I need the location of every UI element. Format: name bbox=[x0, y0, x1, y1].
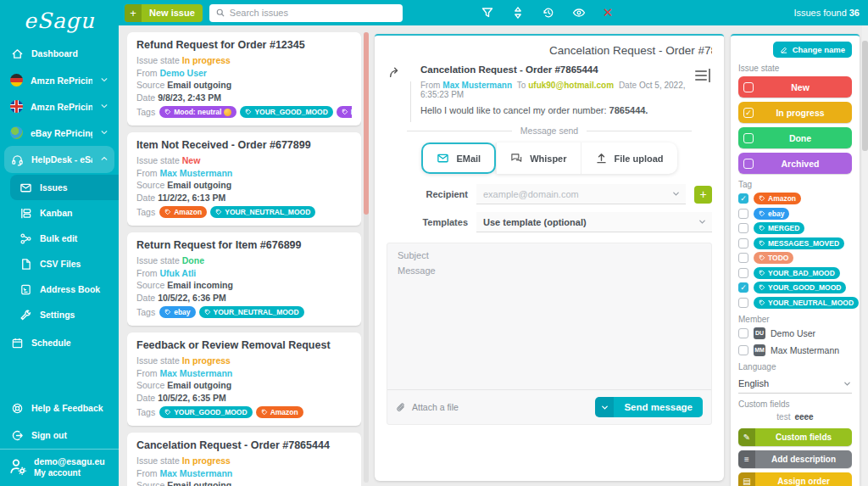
search-box[interactable] bbox=[209, 4, 403, 22]
state-button-new[interactable]: New bbox=[738, 76, 852, 98]
state-checkbox[interactable] bbox=[743, 159, 754, 169]
reply-icon[interactable] bbox=[388, 64, 410, 124]
tab-email[interactable]: EMail bbox=[421, 142, 496, 174]
field-label: From bbox=[136, 168, 158, 178]
state-button-archived[interactable]: Archived bbox=[738, 153, 852, 174]
issue-from-value: Ufuk Atli bbox=[160, 268, 197, 278]
subject-input[interactable] bbox=[387, 243, 711, 260]
tab-file-upload[interactable]: File upload bbox=[581, 142, 677, 174]
send-message-button[interactable]: Send message bbox=[595, 397, 703, 417]
field-label: Issue state bbox=[136, 155, 180, 165]
issue-card[interactable]: Refund Request for Order #12345Issue sta… bbox=[127, 32, 361, 126]
tag-checkbox[interactable] bbox=[738, 223, 748, 233]
sidebar-item-settings[interactable]: Settings bbox=[10, 302, 119, 327]
search-input[interactable] bbox=[230, 8, 397, 18]
message[interactable]: Cancelation Request - Order #7865444 Fro… bbox=[410, 64, 695, 124]
attach-file-button[interactable]: Attach a file bbox=[396, 402, 459, 413]
filter-icon[interactable] bbox=[481, 6, 494, 20]
sidebar-item-issues[interactable]: Issues bbox=[10, 175, 119, 200]
tag-checkbox[interactable]: ✓ bbox=[738, 193, 748, 204]
sidebar-spacer bbox=[0, 356, 119, 394]
sidebar-item-address-book[interactable]: Address Book bbox=[10, 277, 119, 302]
sidebar-item-sign-out[interactable]: Sign out bbox=[0, 422, 119, 449]
field-label: Source bbox=[136, 80, 164, 90]
add-recipient-button[interactable]: + bbox=[694, 186, 712, 204]
issue-card[interactable]: Return Request for Item #676899Issue sta… bbox=[127, 232, 361, 326]
scrollbar-thumb[interactable] bbox=[862, 41, 868, 151]
scrollbar-thumb[interactable] bbox=[364, 32, 369, 215]
issue-tags: TagsYOUR_GOOD_MOODAmazon bbox=[136, 406, 352, 418]
tag-checkbox[interactable] bbox=[738, 298, 748, 308]
recipient-input[interactable] bbox=[483, 189, 667, 199]
issue-source: SourceEmail outgoing bbox=[136, 379, 352, 392]
member-checkbox[interactable] bbox=[738, 345, 748, 355]
tag-checkbox[interactable] bbox=[738, 238, 748, 249]
sort-icon[interactable] bbox=[511, 6, 525, 20]
sidebar-item-ebay-repricing-esagu[interactable]: eBay RePricing - eSagu bbox=[0, 120, 119, 146]
tag-pill: Mood: good bbox=[337, 106, 352, 118]
issue-list-scrollbar[interactable] bbox=[364, 32, 369, 483]
tag-pill-label: ebay bbox=[768, 209, 784, 218]
sidebar-item-amzn-repricing-esagu[interactable]: Amzn RePricing - eSagu bbox=[0, 93, 119, 120]
custom-fields-button[interactable]: ✎Custom fields bbox=[738, 428, 852, 446]
templates-select[interactable]: Use template (optional) bbox=[476, 212, 712, 232]
state-checkbox[interactable]: ✓ bbox=[743, 108, 754, 118]
sidebar-item-label: Amzn RePricing - eSagu bbox=[31, 75, 92, 86]
message-to[interactable]: ufuk90@hotmail.com bbox=[528, 81, 614, 90]
change-name-button[interactable]: Change name bbox=[773, 42, 852, 58]
tab-label: Whisper bbox=[530, 154, 566, 164]
chevron-down-icon[interactable] bbox=[671, 189, 681, 198]
page-scrollbar[interactable] bbox=[862, 25, 868, 486]
send-options-icon[interactable] bbox=[595, 397, 614, 417]
message-from[interactable]: Max Mustermann bbox=[442, 81, 512, 90]
sidebar-item-amzn-repricing-esagu[interactable]: Amzn RePricing - eSagu bbox=[0, 67, 119, 93]
state-checkbox[interactable] bbox=[743, 133, 754, 143]
history-icon[interactable] bbox=[542, 6, 555, 20]
sidebar-item-dashboard[interactable]: Dashboard bbox=[0, 40, 119, 67]
calendar-icon bbox=[10, 336, 24, 349]
member-name: Max Mustermann bbox=[771, 345, 839, 355]
assign-order-button[interactable]: ▤Assign order bbox=[738, 472, 852, 486]
sidebar-item-label: Issues bbox=[40, 182, 110, 193]
state-checkbox[interactable] bbox=[743, 82, 754, 92]
home-icon bbox=[10, 47, 24, 60]
message-menu-icon[interactable] bbox=[695, 68, 710, 124]
member-checkbox[interactable] bbox=[738, 328, 748, 338]
sidebar-item-schedule[interactable]: Schedule bbox=[0, 329, 119, 356]
issue-card[interactable]: Item Not Received - Order #677899Issue s… bbox=[127, 132, 361, 226]
issue-date: Date9/8/23, 2:43 PM bbox=[136, 92, 352, 104]
user-gear-icon bbox=[8, 457, 27, 478]
issue-state: Issue stateIn progress bbox=[136, 54, 352, 67]
tab-whisper[interactable]: Whisper bbox=[496, 142, 580, 174]
sidebar-item-helpdesk-esagu[interactable]: HelpDesk - eSagu bbox=[4, 146, 114, 173]
tag-checkbox[interactable]: ✓ bbox=[738, 282, 748, 293]
state-button-in-progress[interactable]: ✓In progress bbox=[738, 102, 852, 123]
tag-checkbox[interactable] bbox=[738, 268, 748, 278]
issue-from-value: Demo User bbox=[160, 68, 207, 78]
tag-pill: ebay bbox=[159, 306, 195, 318]
state-label: Archived bbox=[754, 159, 847, 169]
language-select[interactable]: English bbox=[738, 375, 852, 394]
sidebar-item-bulk-edit[interactable]: Bulk edit bbox=[10, 226, 119, 251]
tag-pill: YOUR_GOOD_MOOD bbox=[159, 406, 252, 418]
issue-date: Date10/5/22, 6:35 PM bbox=[136, 392, 352, 405]
add-description-button[interactable]: ≡Add description bbox=[738, 450, 852, 468]
issue-card[interactable]: Feedback or Review Removal RequestIssue … bbox=[127, 332, 361, 426]
my-account[interactable]: demo@esagu.eu My account bbox=[0, 449, 119, 486]
new-issue-button[interactable]: + New issue bbox=[125, 4, 203, 22]
change-name-label: Change name bbox=[793, 45, 845, 54]
recipient-field[interactable] bbox=[476, 184, 686, 204]
issue-date-value: 11/2/22, 6:13 PM bbox=[158, 193, 225, 203]
eye-icon[interactable] bbox=[572, 6, 586, 20]
issue-from-value: Max Mustermann bbox=[160, 468, 233, 478]
tag-checkbox[interactable] bbox=[738, 253, 748, 263]
issue-card[interactable]: Cancelation Request - Order #7865444Issu… bbox=[127, 433, 361, 486]
close-icon[interactable]: ✕ bbox=[603, 6, 614, 20]
templates-label: Templates bbox=[387, 217, 468, 227]
state-button-done[interactable]: Done bbox=[738, 127, 852, 148]
sidebar-item-help-feedback[interactable]: Help & Feedback bbox=[0, 394, 119, 422]
message-textarea[interactable] bbox=[387, 260, 711, 389]
sidebar-item-kanban[interactable]: Kanban bbox=[10, 200, 119, 226]
tag-checkbox[interactable] bbox=[738, 209, 748, 219]
sidebar-item-csv-files[interactable]: CSV Files bbox=[10, 251, 119, 277]
